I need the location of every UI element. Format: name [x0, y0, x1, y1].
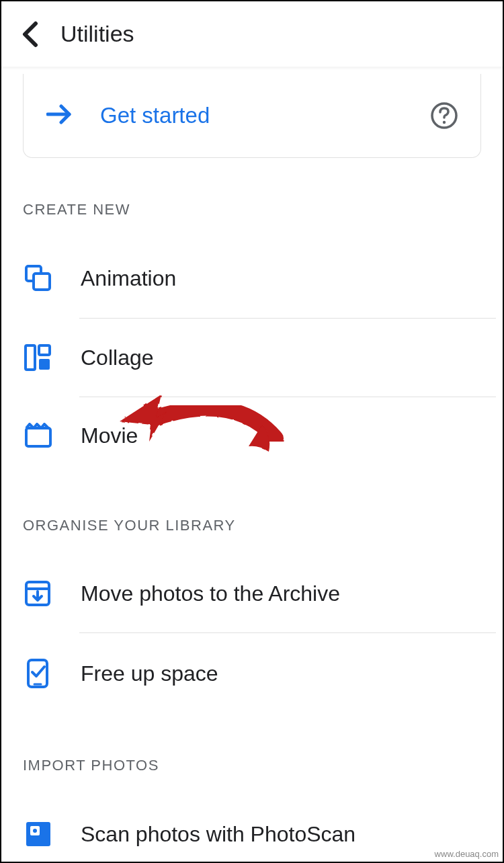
svg-point-16 — [33, 829, 37, 833]
import-section: Scan photos with PhotoScan — [1, 794, 503, 863]
photoscan-icon — [24, 820, 56, 848]
svg-point-2 — [443, 121, 446, 124]
free-up-icon — [24, 659, 56, 688]
photoscan-label: Scan photos with PhotoScan — [81, 822, 355, 847]
section-header-import: IMPORT PHOTOS — [1, 714, 503, 774]
content: Get started CREATE NEW Animation — [1, 74, 503, 863]
list-item-collage[interactable]: Collage — [1, 319, 503, 397]
arrow-right-icon — [46, 104, 73, 127]
collage-icon — [24, 344, 56, 371]
list-item-animation[interactable]: Animation — [1, 239, 503, 318]
movie-label: Movie — [81, 423, 138, 448]
section-header-organise: ORGANISE YOUR LIBRARY — [1, 474, 503, 534]
svg-rect-8 — [26, 428, 50, 446]
help-icon[interactable] — [429, 101, 459, 130]
list-item-movie[interactable]: Movie — [1, 397, 503, 474]
watermark: www.deuaq.com — [435, 849, 499, 859]
svg-rect-6 — [39, 345, 50, 355]
header: Utilities — [1, 1, 503, 67]
organise-section: Move photos to the Archive Free up space — [1, 554, 503, 714]
archive-icon — [24, 580, 56, 607]
free-up-label: Free up space — [81, 661, 218, 686]
archive-label: Move photos to the Archive — [81, 581, 340, 606]
svg-rect-4 — [34, 274, 50, 290]
svg-rect-5 — [26, 345, 35, 370]
list-item-photoscan[interactable]: Scan photos with PhotoScan — [1, 794, 503, 863]
collage-label: Collage — [81, 345, 154, 370]
page-title: Utilities — [60, 21, 134, 47]
animation-icon — [24, 264, 56, 292]
list-item-archive[interactable]: Move photos to the Archive — [1, 554, 503, 632]
section-header-create-new: CREATE NEW — [1, 158, 503, 218]
back-icon — [21, 21, 41, 48]
list-item-free-up[interactable]: Free up space — [1, 633, 503, 714]
svg-rect-7 — [39, 359, 50, 370]
movie-icon — [24, 423, 56, 448]
get-started-label: Get started — [100, 103, 429, 128]
create-new-section: Animation Collage Movie — [1, 239, 503, 474]
get-started-card[interactable]: Get started — [23, 74, 481, 158]
back-button[interactable] — [15, 18, 47, 50]
animation-label: Animation — [81, 266, 176, 291]
